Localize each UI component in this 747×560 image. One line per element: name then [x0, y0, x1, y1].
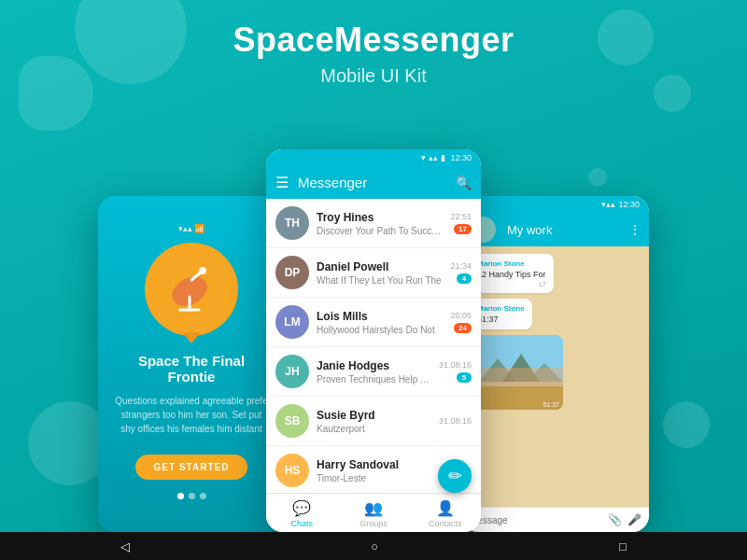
chat-info-susie: Susie Byrd Kautzerport [317, 409, 431, 434]
message-1: Marion Stone 12 Handy Tips For 17 [470, 254, 554, 293]
tab-groups[interactable]: 👥 Groups [338, 499, 410, 528]
chat-name-susie: Susie Byrd [317, 409, 431, 422]
message-image: 51:37 [470, 335, 563, 410]
left-phone-headline: Space The Final Frontie [113, 353, 270, 385]
tab-groups-label: Groups [359, 519, 388, 528]
header: SpaceMessenger Mobile UI Kit [0, 21, 747, 87]
chat-item-susie[interactable]: SB Susie Byrd Kautzerport 31.08.16 [266, 397, 481, 446]
avatar-janie: JH [275, 355, 309, 388]
wifi-icon-right: ▾▴▴ [601, 200, 615, 209]
chat-info-janie: Janie Hodges Proven Techniques Help You [317, 359, 431, 385]
svg-point-2 [199, 267, 206, 274]
dot-2 [189, 493, 195, 499]
app-title: SpaceMessenger [0, 21, 747, 60]
chat-info-harry: Harry Sandoval Timor-Leste [317, 458, 431, 483]
back-button[interactable]: ◁ [120, 539, 130, 553]
battery-icon: ▮ [441, 153, 445, 162]
chat-time-lois: 20:05 [450, 311, 472, 320]
badge-lois: 24 [454, 323, 472, 333]
badge-troy: 17 [454, 224, 472, 234]
satellite-svg [163, 261, 219, 317]
chat-item-janie[interactable]: JH Janie Hodges Proven Techniques Help Y… [266, 347, 481, 397]
middle-status-bar: ▾ ▴▴ ▮ 12:30 [266, 149, 481, 166]
middle-phone: ▾ ▴▴ ▮ 12:30 ☰ Messenger 🔍 TH Troy Hines… [266, 149, 481, 532]
sender-1: Marion Stone [477, 259, 546, 268]
chat-info-troy: Troy Hines Discover Your Path To Success [317, 211, 443, 236]
tab-chats[interactable]: 💬 Chats [266, 499, 338, 528]
chat-meta-susie: 31.08.16 [439, 416, 472, 426]
chat-name-harry: Harry Sandoval [317, 458, 431, 471]
chat-time-janie: 31.08.16 [439, 360, 472, 370]
chat-name-daniel: Daniel Powell [317, 260, 443, 273]
menu-icon[interactable]: ☰ [275, 174, 289, 191]
left-phone: ▾▴▴ 📶 Space The Final Frontie Questions … [98, 196, 285, 532]
landscape-svg [470, 335, 563, 410]
chat-preview-lois: Hollywood Hairstyles Do Not [317, 325, 443, 335]
avatar-lois: LM [275, 305, 309, 339]
left-phone-body: Questions explained agreeable prefe stra… [113, 394, 270, 436]
groups-icon: 👥 [364, 499, 383, 517]
fab-compose[interactable]: ✏ [438, 459, 472, 493]
image-content: 51:37 [470, 335, 563, 410]
avatar-susie: SB [275, 404, 309, 438]
chat-name-lois: Lois Mills [317, 310, 443, 323]
chat-name-troy: Troy Hines [317, 211, 443, 224]
sender-2: Marion Stone [477, 304, 525, 313]
chat-meta-troy: 22:51 17 [450, 212, 472, 234]
onboarding-dots [177, 493, 206, 499]
avatar-troy: TH [275, 206, 309, 240]
search-icon[interactable]: 🔍 [456, 175, 472, 190]
chat-preview-harry: Timor-Leste [317, 473, 431, 483]
tab-contacts-label: Contacts [429, 519, 462, 528]
more-options-icon[interactable]: ⋮ [628, 222, 641, 237]
home-button[interactable]: ○ [371, 539, 378, 553]
avatar-daniel: DP [275, 256, 309, 289]
left-status-bar: ▾▴▴ 📶 [178, 224, 205, 233]
chat-time-daniel: 21:34 [450, 261, 472, 271]
message-input[interactable] [470, 515, 602, 525]
chat-item-lois[interactable]: LM Lois Mills Hollywood Hairstyles Do No… [266, 298, 481, 347]
chat-preview-daniel: What If They Let You Run The [317, 275, 443, 286]
messenger-title: Messenger [289, 175, 456, 190]
satellite-icon [145, 243, 238, 336]
chat-item-troy[interactable]: TH Troy Hines Discover Your Path To Succ… [266, 199, 481, 248]
chat-time-susie: 31.08.16 [439, 416, 472, 426]
chat-preview-janie: Proven Techniques Help You [317, 374, 431, 385]
get-started-button[interactable]: GET STARTED [135, 455, 248, 480]
chats-icon: 💬 [292, 499, 311, 517]
attach-icon[interactable]: 📎 [608, 513, 622, 526]
mic-icon[interactable]: 🎤 [627, 513, 641, 526]
status-icons-left: ▾▴▴ 📶 [178, 224, 205, 233]
message-input-bar: 📎 🎤 [462, 507, 649, 532]
contacts-icon: 👤 [436, 499, 455, 517]
chat-meta-daniel: 21:34 4 [450, 261, 472, 284]
messenger-header: ☰ Messenger 🔍 [266, 166, 481, 199]
right-status-bar: ▾▴▴ 12:30 [462, 196, 649, 213]
bottom-nav-bar: ◁ ○ □ [0, 532, 747, 560]
tab-bar: 💬 Chats 👥 Groups 👤 Contacts [266, 493, 481, 532]
chat-preview-susie: Kautzerport [317, 424, 431, 434]
chat-title: My work [501, 223, 623, 237]
chat-messages: Marion Stone 12 Handy Tips For 17 Marion… [462, 246, 649, 507]
chat-info-daniel: Daniel Powell What If They Let You Run T… [317, 260, 443, 286]
tab-chats-label: Chats [291, 519, 314, 528]
right-chat-header: My work ⋮ [462, 213, 649, 246]
chat-meta-lois: 20:05 24 [450, 311, 472, 333]
avatar-harry: HS [275, 454, 309, 487]
right-phone: ▾▴▴ 12:30 My work ⋮ Marion Stone 12 Hand… [462, 196, 649, 532]
recents-button[interactable]: □ [619, 539, 627, 553]
signal-icon: ▴▴ [429, 153, 438, 162]
app-subtitle: Mobile UI Kit [0, 65, 747, 87]
chat-list: TH Troy Hines Discover Your Path To Succ… [266, 199, 481, 493]
chat-preview-troy: Discover Your Path To Success [317, 226, 443, 236]
phones-container: ▾▴▴ 📶 Space The Final Frontie Questions … [98, 149, 649, 532]
chat-time-troy: 22:51 [450, 212, 472, 221]
badge-daniel: 4 [457, 273, 472, 284]
dot-3 [200, 493, 206, 499]
image-time: 51:37 [543, 401, 559, 408]
time-display: 12:30 [450, 153, 472, 162]
tab-contacts[interactable]: 👤 Contacts [409, 499, 481, 528]
chat-meta-janie: 31.08.16 5 [439, 360, 472, 383]
chat-item-daniel[interactable]: DP Daniel Powell What If They Let You Ru… [266, 248, 481, 298]
dot-1 [177, 493, 184, 499]
